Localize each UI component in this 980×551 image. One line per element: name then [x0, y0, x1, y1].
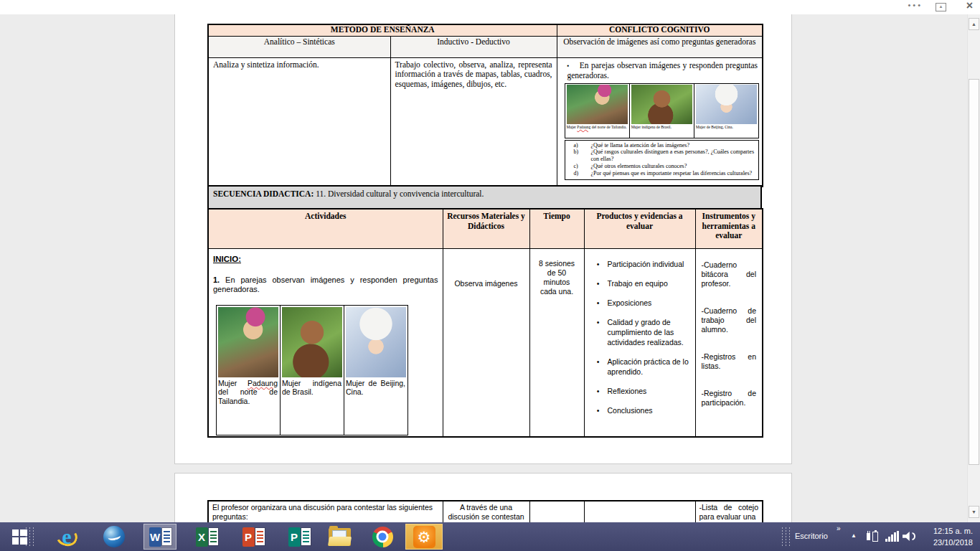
observacion-header-cell: Observación de imágenes así como pregunt… — [557, 36, 763, 57]
photo-padaung-woman-large — [218, 307, 278, 377]
wallpaper-dots-right — [781, 527, 792, 547]
close-icon[interactable]: × — [966, 0, 973, 12]
tiempo-cell: 8 sesiones de 50 minutos cada una. — [529, 248, 584, 437]
metodo-title-cell: METODO DE ENSEÑANZA — [208, 24, 557, 36]
header-recursos: Recursos Materiales y Didácticos — [443, 209, 529, 248]
gear-wheel-app-icon — [413, 526, 435, 548]
taskbar-screen-tool-active[interactable] — [405, 524, 443, 550]
instrumento-item: -Cuaderno bitácora del profesor. — [702, 260, 757, 288]
more-options-button[interactable]: ••• — [908, 1, 923, 9]
producto-item: Conclusiones — [589, 405, 691, 415]
publisher-icon: P — [288, 527, 311, 547]
actividades-table: Actividades Recursos Materiales y Didáct… — [207, 208, 763, 438]
inicio-heading: INICIO: — [213, 255, 438, 263]
taskbar-publisher[interactable]: P — [283, 524, 316, 550]
caption-padaung: Mujer Padaung del norte de Tailandia. — [567, 124, 628, 130]
volume-icon[interactable] — [903, 531, 917, 542]
analitico-header-cell: Analítico – Sintéticas — [208, 36, 390, 57]
inicio-image-cell-padaung: Mujer Padaung del norte de Tailandia. — [217, 306, 281, 435]
taskbar: e W X P P Escritorio » ▲ — [0, 522, 980, 551]
document-page-1: METODO DE ENSEÑANZA CONFLICTO COGNITIVO … — [174, 14, 792, 464]
vertical-scrollbar[interactable] — [967, 14, 980, 522]
file-explorer-icon — [329, 528, 351, 546]
taskbar-chrome[interactable] — [366, 524, 399, 550]
instrumento-item: -Registro de participación. — [702, 389, 757, 408]
producto-item: Reflexiones — [589, 386, 691, 396]
metodo-conflicto-table: METODO DE ENSEÑANZA CONFLICTO COGNITIVO … — [207, 24, 763, 187]
inicio-cell: INICIO: 1. En parejas observan imágenes … — [208, 248, 443, 437]
scroll-down-icon[interactable] — [969, 506, 979, 518]
secuencia-didactica-row: SECUENCIA DIDACTICA: 11. Diversidad cult… — [207, 185, 762, 209]
inicio-images-table: Mujer Padaung del norte de Tailandia. Mu… — [216, 305, 408, 435]
openoffice-icon — [103, 526, 125, 547]
word-titlebar: ••• × — [0, 0, 980, 14]
instrumento-item: -Registros en listas. — [702, 352, 757, 371]
network-signal-icon[interactable] — [885, 531, 900, 542]
caption-brasil-large: Mujer indígena de Brasil. — [282, 377, 342, 397]
internet-explorer-icon: e — [55, 525, 78, 548]
producto-item: Participación individual — [589, 259, 691, 269]
question-a: a)¿Qué te llama la atención de las imáge… — [574, 142, 755, 149]
inicio-step-1: 1. En parejas observan imágenes y respon… — [213, 276, 438, 294]
header-tiempo: Tiempo — [529, 209, 584, 248]
inicio-image-cell-brasil: Mujer indígena de Brasil. — [281, 306, 344, 435]
question-c: c)¿Qué otros elementos culturales conoce… — [574, 163, 755, 170]
producto-item: Aplicación práctica de lo aprendido. — [589, 357, 691, 377]
secuencia-value: 11. Diversidad cultural y convivencia in… — [314, 189, 484, 198]
instrumentos-cell: -Cuaderno bitácora del profesor. -Cuader… — [695, 248, 763, 437]
conflicto-title-cell: CONFLICTO COGNITIVO — [557, 24, 763, 36]
question-d: d)¿Por qué piensas que es importante res… — [574, 170, 755, 177]
trabajo-colectivo-cell: Trabajo colectivo, observa, analiza, rep… — [390, 57, 557, 187]
taskbar-word-active[interactable]: W — [143, 524, 176, 550]
image-cell-padaung: Mujer Padaung del norte de Tailandia. — [565, 84, 630, 138]
scrollbar-thumb[interactable] — [969, 79, 979, 465]
wallpaper-dots-left — [24, 527, 36, 547]
toolbar-overflow-chevron-icon[interactable]: » — [837, 524, 840, 532]
producto-item: Exposiciones — [589, 298, 691, 308]
secuencia-didactica-cell: SECUENCIA DIDACTICA: 11. Diversidad cult… — [208, 186, 761, 209]
conflicto-bullet-text: En parejas observan imágenes y responden… — [567, 61, 758, 81]
inductivo-header-cell: Inductivo - Deductivo — [390, 36, 557, 57]
desktop-toolbar-label[interactable]: Escritorio — [795, 532, 828, 540]
caption-beijing-large: Mujer de Beijing, Cina. — [346, 377, 406, 397]
photo-beijing-woman-large — [346, 307, 406, 377]
caption-beijing: Mujer de Beijing, Cina. — [696, 124, 757, 130]
taskbar-file-explorer[interactable] — [323, 524, 356, 550]
word-icon: W — [149, 527, 171, 547]
image-cell-brasil: Mujer indígena de Brasil. — [630, 84, 694, 138]
taskbar-powerpoint[interactable]: P — [237, 524, 270, 550]
photo-beijing-woman — [696, 85, 757, 124]
photo-brasil-woman-large — [282, 307, 342, 377]
header-productos: Productos y evidencias a evaluar — [584, 209, 695, 248]
show-hidden-icons-icon[interactable]: ▲ — [851, 532, 857, 539]
producto-item: Calidad y grado de cumplimiento de las a… — [589, 317, 691, 347]
clock-date: 23/10/2018 — [933, 537, 973, 548]
desktop-screen: ••• × METODO DE ENSEÑANZA CONFLICTO COGN… — [0, 0, 980, 551]
generating-questions-box: a)¿Qué te llama la atención de las imáge… — [565, 140, 760, 181]
header-actividades: Actividades — [208, 209, 443, 248]
conflicto-images-box: Mujer Padaung del norte de Tailandia. Mu… — [565, 83, 760, 138]
image-cell-beijing: Mujer de Beijing, Cina. — [694, 84, 758, 138]
power-battery-icon[interactable] — [867, 531, 880, 542]
conflicto-body-cell: En parejas observan imágenes y responden… — [557, 57, 763, 187]
recursos-cell: Observa imágenes — [443, 248, 529, 437]
clock-time: 12:15 a. m. — [933, 525, 973, 537]
productos-cell: Participación individual Trabajo en equi… — [584, 248, 695, 437]
photo-padaung-woman — [567, 85, 628, 124]
inicio-image-cell-beijing: Mujer de Beijing, Cina. — [344, 306, 407, 435]
instrumentos-list: -Cuaderno bitácora del profesor. -Cuader… — [700, 253, 758, 408]
scroll-up-icon[interactable] — [969, 18, 979, 30]
excel-icon: X — [196, 527, 218, 547]
photo-brasil-woman — [631, 85, 692, 124]
taskbar-excel[interactable]: X — [190, 524, 223, 550]
ribbon-display-options-icon[interactable] — [936, 3, 946, 11]
taskbar-openoffice[interactable] — [98, 524, 131, 550]
taskbar-internet-explorer[interactable]: e — [50, 524, 83, 550]
question-b: b)¿Qué rasgos culturales distinguen a es… — [574, 149, 755, 163]
powerpoint-icon: P — [242, 527, 265, 547]
clock[interactable]: 12:15 a. m. 23/10/2018 — [933, 525, 973, 548]
chrome-icon — [372, 527, 393, 547]
productos-list: Participación individual Trabajo en equi… — [589, 253, 691, 415]
caption-brasil: Mujer indígena de Brasil. — [631, 124, 692, 130]
secuencia-label: SECUENCIA DIDACTICA: — [213, 189, 314, 198]
